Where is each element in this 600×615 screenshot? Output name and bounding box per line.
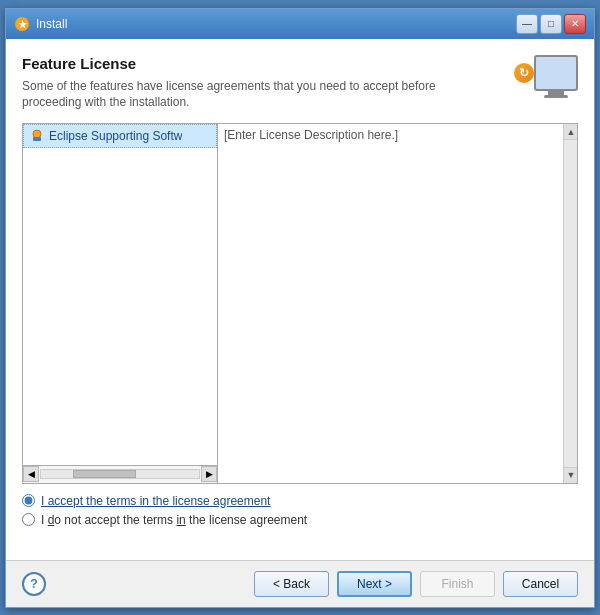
header-text: Feature License Some of the features hav…: [22, 55, 514, 112]
page-title: Feature License: [22, 55, 514, 72]
decline-label-end: the license agreement: [186, 513, 307, 527]
header-icon-area: ↻: [514, 55, 578, 109]
maximize-button[interactable]: □: [540, 14, 562, 34]
svg-point-2: [33, 130, 41, 138]
list-item-icon: [30, 129, 44, 143]
vscroll-down-button[interactable]: ▼: [564, 467, 577, 483]
header-description: Some of the features have license agreem…: [22, 78, 482, 112]
horizontal-scrollbar: ◀ ▶: [23, 465, 217, 483]
svg-text:★: ★: [18, 19, 28, 30]
titlebar: ★ Install — □ ✕: [6, 9, 594, 39]
titlebar-controls: — □ ✕: [516, 14, 586, 34]
decline-radio[interactable]: [22, 513, 35, 526]
monitor-icon: [534, 55, 578, 91]
vertical-scrollbar: ▲ ▼: [563, 124, 577, 482]
monitor-base: [544, 95, 568, 98]
next-button[interactable]: Next >: [337, 571, 412, 597]
list-item[interactable]: Eclipse Supporting Softw: [23, 124, 217, 148]
decline-radio-row: I do not accept the terms in the license…: [22, 513, 578, 527]
hscroll-track[interactable]: [40, 469, 200, 479]
accept-radio[interactable]: [22, 494, 35, 507]
left-list: Eclipse Supporting Softw ◀ ▶: [23, 124, 218, 482]
titlebar-app-icon: ★: [14, 16, 30, 32]
list-item-label: Eclipse Supporting Softw: [49, 129, 182, 143]
hscroll-right-button[interactable]: ▶: [201, 466, 217, 482]
finish-button[interactable]: Finish: [420, 571, 495, 597]
in-underline: in: [176, 513, 185, 527]
back-button[interactable]: < Back: [254, 571, 329, 597]
titlebar-title: Install: [36, 17, 516, 31]
hscroll-left-button[interactable]: ◀: [23, 466, 39, 482]
accept-radio-label[interactable]: I accept the terms in the license agreem…: [41, 494, 270, 508]
left-list-content: Eclipse Supporting Softw: [23, 124, 217, 464]
radio-options: I accept the terms in the license agreem…: [22, 494, 578, 532]
refresh-badge-icon: ↻: [514, 63, 534, 83]
minimize-button[interactable]: —: [516, 14, 538, 34]
cancel-button[interactable]: Cancel: [503, 571, 578, 597]
main-content: Feature License Some of the features hav…: [6, 39, 594, 560]
monitor-stand: [548, 91, 564, 95]
decline-radio-label[interactable]: I do not accept the terms in the license…: [41, 513, 307, 527]
license-description-text: [Enter License Description here.]: [224, 128, 398, 142]
install-window: ★ Install — □ ✕ Feature License Some of …: [5, 8, 595, 608]
decline-label-rest: o not accept the terms: [54, 513, 176, 527]
vscroll-up-button[interactable]: ▲: [564, 124, 577, 140]
decline-label-text: I: [41, 513, 48, 527]
hscroll-thumb[interactable]: [73, 470, 136, 478]
svg-rect-3: [33, 137, 41, 141]
accept-radio-row: I accept the terms in the license agreem…: [22, 494, 578, 508]
license-description-panel: [Enter License Description here.] ▲ ▼: [218, 124, 577, 482]
help-button[interactable]: ?: [22, 572, 46, 596]
vscroll-track[interactable]: [564, 140, 577, 466]
footer: ? < Back Next > Finish Cancel: [6, 560, 594, 607]
close-button[interactable]: ✕: [564, 14, 586, 34]
lists-panel: Eclipse Supporting Softw ◀ ▶ [Enter Lice…: [22, 123, 578, 483]
header-area: Feature License Some of the features hav…: [22, 55, 578, 112]
